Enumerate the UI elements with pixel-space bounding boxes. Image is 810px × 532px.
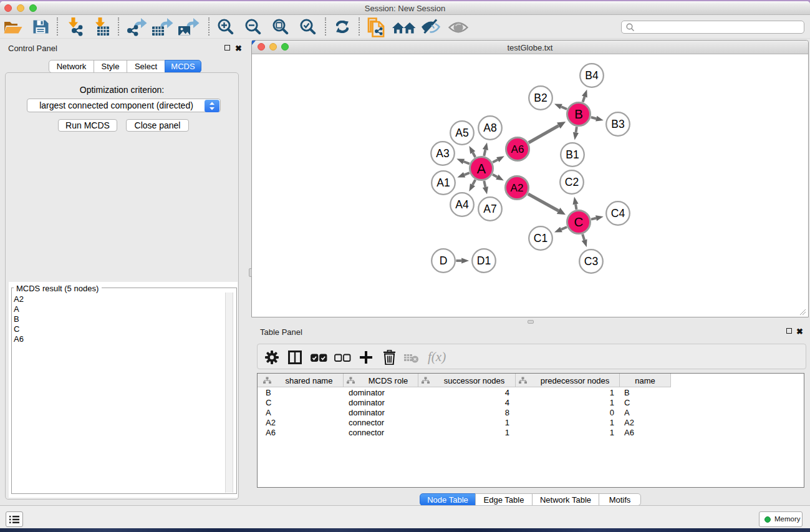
svg-text:C4: C4 — [611, 207, 625, 220]
svg-text:A4: A4 — [455, 198, 469, 211]
svg-text:D1: D1 — [477, 254, 491, 267]
svg-text:A7: A7 — [483, 203, 496, 215]
svg-text:C3: C3 — [584, 255, 598, 268]
svg-text:B2: B2 — [534, 92, 547, 104]
svg-text:C: C — [574, 215, 584, 229]
svg-text:A1: A1 — [436, 177, 450, 189]
svg-text:B3: B3 — [611, 118, 624, 130]
svg-text:A8: A8 — [483, 122, 496, 134]
svg-text:A2: A2 — [511, 182, 524, 194]
svg-text:B: B — [574, 107, 583, 121]
svg-text:B1: B1 — [566, 148, 579, 161]
svg-text:A6: A6 — [511, 143, 524, 155]
svg-text:B4: B4 — [585, 69, 599, 82]
svg-text:C1: C1 — [534, 232, 547, 244]
svg-text:A: A — [477, 162, 486, 177]
svg-text:C2: C2 — [565, 176, 579, 188]
svg-text:A3: A3 — [436, 147, 449, 160]
svg-text:A5: A5 — [455, 127, 468, 139]
svg-text:D: D — [440, 254, 448, 267]
